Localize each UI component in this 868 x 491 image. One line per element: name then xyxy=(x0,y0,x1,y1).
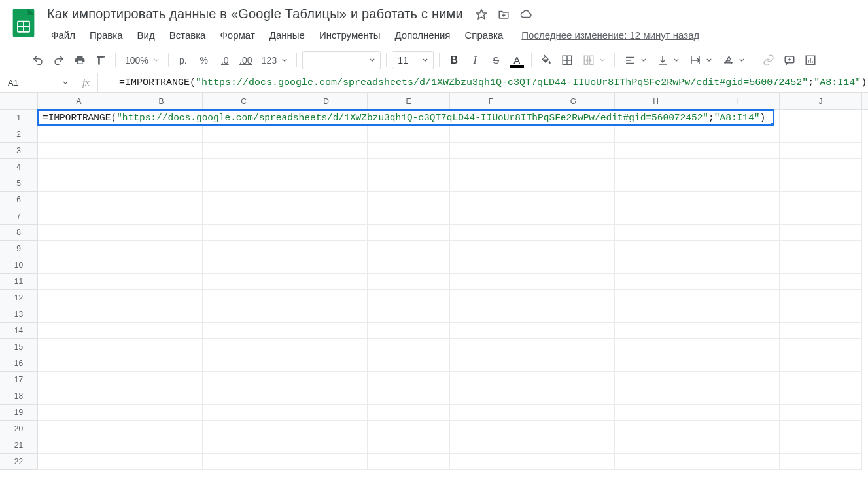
fill-color-button[interactable] xyxy=(537,51,555,69)
cell[interactable] xyxy=(38,290,120,306)
cell[interactable] xyxy=(615,388,697,405)
menu-insert[interactable]: Вставка xyxy=(163,27,213,43)
cell[interactable] xyxy=(697,323,780,339)
cell[interactable] xyxy=(780,323,862,339)
row-header[interactable]: 19 xyxy=(0,405,38,421)
cell[interactable] xyxy=(120,405,203,421)
cell[interactable] xyxy=(615,159,697,175)
cell[interactable] xyxy=(38,257,120,274)
cell[interactable] xyxy=(450,454,532,470)
borders-button[interactable] xyxy=(558,51,576,69)
cell[interactable] xyxy=(780,405,862,421)
cell[interactable] xyxy=(285,159,368,175)
cell[interactable] xyxy=(615,110,697,126)
cell[interactable] xyxy=(532,257,615,274)
cell[interactable] xyxy=(532,175,615,192)
cell[interactable] xyxy=(38,192,120,208)
cell[interactable] xyxy=(38,372,120,388)
cell[interactable] xyxy=(368,388,450,405)
cell[interactable] xyxy=(285,126,368,143)
cell[interactable] xyxy=(203,290,285,306)
cell[interactable] xyxy=(697,372,780,388)
text-color-button[interactable]: A xyxy=(508,51,526,69)
row-header[interactable]: 16 xyxy=(0,355,38,372)
cell[interactable] xyxy=(450,159,532,175)
row-header[interactable]: 21 xyxy=(0,437,38,454)
text-rotation-button[interactable] xyxy=(718,51,748,69)
cell[interactable] xyxy=(450,225,532,241)
cell[interactable] xyxy=(697,143,780,159)
cell[interactable] xyxy=(615,421,697,437)
menu-addons[interactable]: Дополнения xyxy=(389,27,457,43)
cell[interactable] xyxy=(532,405,615,421)
cell[interactable] xyxy=(697,175,780,192)
cell[interactable] xyxy=(532,323,615,339)
cell[interactable] xyxy=(203,241,285,257)
cell[interactable] xyxy=(203,110,285,126)
cell[interactable] xyxy=(285,454,368,470)
insert-chart-button[interactable] xyxy=(801,51,820,69)
cell[interactable] xyxy=(615,126,697,143)
cell[interactable] xyxy=(450,143,532,159)
cell[interactable] xyxy=(532,274,615,290)
cell[interactable] xyxy=(780,372,862,388)
star-icon[interactable] xyxy=(475,8,488,21)
cell[interactable] xyxy=(120,454,203,470)
cell[interactable] xyxy=(368,421,450,437)
cell[interactable] xyxy=(285,241,368,257)
cell[interactable] xyxy=(120,257,203,274)
row-header[interactable]: 10 xyxy=(0,257,38,274)
cell[interactable] xyxy=(450,405,532,421)
cell[interactable] xyxy=(285,257,368,274)
cell[interactable] xyxy=(368,323,450,339)
cell[interactable] xyxy=(532,355,615,372)
cell[interactable] xyxy=(450,437,532,454)
move-icon[interactable] xyxy=(497,8,510,21)
zoom-select[interactable]: 100% xyxy=(121,51,163,69)
cell[interactable] xyxy=(615,175,697,192)
percent-button[interactable]: % xyxy=(195,51,213,69)
cell[interactable] xyxy=(120,175,203,192)
cell[interactable] xyxy=(780,437,862,454)
cell[interactable] xyxy=(450,175,532,192)
row-header[interactable]: 12 xyxy=(0,290,38,306)
cell[interactable] xyxy=(368,355,450,372)
text-wrap-button[interactable] xyxy=(686,51,716,69)
cell[interactable] xyxy=(615,208,697,225)
cell[interactable] xyxy=(120,274,203,290)
cell[interactable] xyxy=(780,306,862,323)
more-formats-button[interactable]: 123 xyxy=(258,51,291,69)
spreadsheet-grid[interactable]: ABCDEFGHIJ 12345678910111213141516171819… xyxy=(0,93,868,470)
row-header[interactable]: 11 xyxy=(0,274,38,290)
cell[interactable] xyxy=(697,306,780,323)
cell[interactable] xyxy=(615,257,697,274)
cell[interactable] xyxy=(615,339,697,355)
cell[interactable] xyxy=(450,126,532,143)
column-header[interactable]: C xyxy=(203,93,285,109)
cell[interactable] xyxy=(532,110,615,126)
cell[interactable] xyxy=(203,454,285,470)
cell[interactable] xyxy=(450,355,532,372)
cell[interactable] xyxy=(203,126,285,143)
cell[interactable] xyxy=(780,257,862,274)
cell[interactable] xyxy=(368,306,450,323)
redo-button[interactable] xyxy=(50,51,68,69)
cell[interactable] xyxy=(615,454,697,470)
cell[interactable] xyxy=(285,405,368,421)
cell[interactable] xyxy=(38,388,120,405)
cell[interactable] xyxy=(780,339,862,355)
cell[interactable] xyxy=(780,274,862,290)
chevron-down-icon[interactable] xyxy=(63,81,68,84)
cell[interactable] xyxy=(780,110,862,126)
column-header[interactable]: H xyxy=(615,93,697,109)
cell[interactable] xyxy=(780,355,862,372)
row-header[interactable]: 20 xyxy=(0,421,38,437)
cell[interactable] xyxy=(368,143,450,159)
column-header[interactable]: E xyxy=(368,93,450,109)
cell[interactable] xyxy=(532,437,615,454)
cell[interactable] xyxy=(615,290,697,306)
menu-help[interactable]: Справка xyxy=(458,27,510,43)
cell[interactable] xyxy=(615,143,697,159)
cell[interactable] xyxy=(120,225,203,241)
cell[interactable] xyxy=(697,159,780,175)
